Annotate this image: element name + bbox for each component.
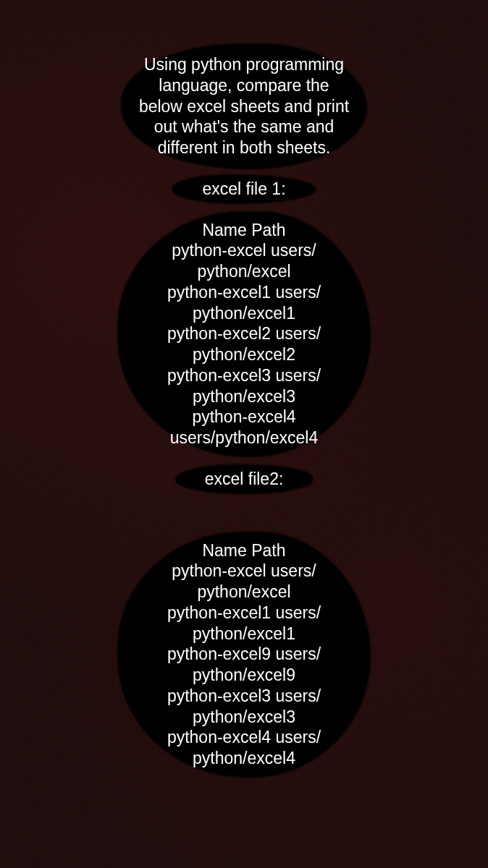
- file1-header: Name Path: [135, 220, 353, 241]
- file1-row: python/excel: [135, 261, 353, 282]
- file1-row: python-excel3 users/: [135, 365, 353, 386]
- file2-row: python-excel users/: [135, 561, 353, 582]
- file1-row: python-excel4: [135, 407, 353, 427]
- file1-row: python-excel1 users/: [135, 282, 353, 303]
- file1-row: python/excel3: [135, 386, 353, 407]
- file2-row: python-excel1 users/: [135, 603, 353, 624]
- file1-label: excel file 1:: [135, 179, 353, 200]
- file1-row: python-excel2 users/: [135, 323, 353, 344]
- file2-row: python/excel4: [135, 748, 353, 769]
- file2-row: python-excel9 users/: [135, 644, 353, 665]
- file2-row: python/excel9: [135, 665, 353, 686]
- file2-row: python/excel1: [135, 624, 353, 644]
- intro-text: Using python programming language, compa…: [135, 54, 353, 158]
- file2-row: python-excel4 users/: [135, 727, 353, 748]
- file1-label-text: excel file 1:: [202, 179, 285, 198]
- file2-row: python/excel3: [135, 707, 353, 728]
- intro-content: Using python programming language, compa…: [139, 55, 349, 157]
- file2-data: Name Path python-excel users/ python/exc…: [135, 540, 353, 769]
- file1-row: python-excel users/: [135, 240, 353, 261]
- file2-header: Name Path: [135, 540, 353, 561]
- file2-row: python-excel3 users/: [135, 686, 353, 707]
- file1-row: users/python/excel4: [135, 427, 353, 448]
- file1-row: python/excel1: [135, 303, 353, 324]
- file2-label-text: excel file2:: [205, 469, 284, 488]
- file2-row: python/excel: [135, 582, 353, 603]
- file2-label: excel file2:: [135, 469, 353, 490]
- file1-row: python/excel2: [135, 344, 353, 365]
- file1-data: Name Path python-excel users/ python/exc…: [135, 220, 353, 448]
